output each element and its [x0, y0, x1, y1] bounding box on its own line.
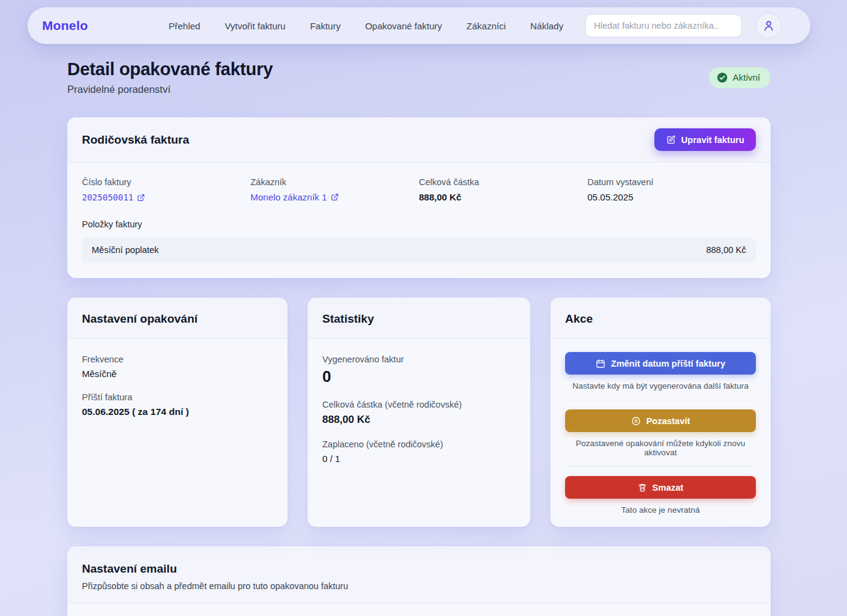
paid-value: 0 / 1 [322, 453, 516, 464]
user-avatar[interactable] [756, 13, 781, 38]
delete-hint: Tato akce je nevratná [565, 505, 756, 515]
trash-icon [638, 483, 647, 492]
invoice-fields: Číslo faktury 2025050011 Zá [82, 177, 756, 202]
statistics-header: Statistiky [308, 298, 530, 339]
total-amount-group: Celková částka (včetně rodičovské) 888,0… [322, 400, 516, 426]
nav-links: Přehled Vytvořit fakturu Faktury Opakova… [169, 21, 564, 31]
actions-title: Akce [565, 312, 756, 326]
check-circle-icon [717, 72, 728, 83]
status-badge-label: Aktivní [733, 72, 760, 82]
field-label: Datum vystavení [588, 177, 756, 187]
change-date-hint: Nastavte kdy má být vygenerována další f… [565, 381, 756, 391]
page-title: Detail opakované faktury [67, 59, 273, 79]
recurrence-card: Nastavení opakování Frekvence Měsíčně Př… [67, 298, 287, 527]
nav-item-vytvorit-fakturu[interactable]: Vytvořit fakturu [224, 21, 285, 31]
invoice-items-label: Položky faktury [82, 219, 756, 229]
email-settings-body: Odesílat klientovi na email [67, 604, 771, 616]
pause-button[interactable]: Pozastavit [565, 409, 756, 432]
item-name: Měsíční poplatek [92, 245, 159, 255]
status-badge: Aktivní [709, 67, 771, 88]
external-link-icon [331, 193, 339, 201]
edit-invoice-button[interactable]: Upravit fakturu [654, 128, 756, 151]
divider [565, 400, 756, 400]
recurrence-title: Nastavení opakování [82, 312, 273, 326]
statistics-title: Statistiky [322, 312, 516, 326]
user-icon [762, 19, 775, 32]
item-amount: 888,00 Kč [706, 245, 746, 255]
next-invoice-group: Příští faktura 05.06.2025 ( za 174 dní ) [82, 392, 273, 417]
field-total-amount: Celková částka 888,00 Kč [419, 177, 588, 202]
frequency-group: Frekvence Měsíčně [82, 354, 273, 379]
divider [565, 466, 756, 467]
cards-row: Nastavení opakování Frekvence Měsíčně Př… [67, 298, 771, 527]
next-invoice-value: 05.06.2025 ( za 174 dní ) [82, 406, 273, 417]
app-logo[interactable]: Monelo [42, 18, 88, 33]
parent-invoice-title: Rodičovská faktura [82, 133, 189, 147]
generated-invoices-group: Vygenerováno faktur 0 [322, 354, 516, 386]
statistics-card: Statistiky Vygenerováno faktur 0 Celková… [308, 298, 530, 527]
calendar-icon [596, 359, 605, 369]
paid-group: Zaplaceno (včetně rodičovské) 0 / 1 [322, 439, 516, 464]
parent-invoice-header: Rodičovská faktura Upravit fakturu [67, 117, 771, 163]
page-subtitle: Pravidelné poradenství [67, 84, 273, 95]
nav-item-opakovane-faktury[interactable]: Opakované faktury [365, 21, 442, 31]
search-input[interactable] [585, 14, 742, 37]
total-amount-value: 888,00 Kč [419, 192, 588, 202]
nav-item-zakaznici[interactable]: Zákazníci [467, 21, 506, 31]
parent-invoice-card: Rodičovská faktura Upravit fakturu Číslo… [67, 117, 771, 278]
nav-item-prehled[interactable]: Přehled [169, 21, 201, 31]
nav-item-faktury[interactable]: Faktury [310, 21, 341, 31]
nav-item-naklady[interactable]: Náklady [530, 21, 563, 31]
edit-icon [666, 135, 676, 145]
pause-circle-icon [631, 416, 641, 426]
issue-date-value: 05.05.2025 [588, 192, 756, 202]
field-label: Číslo faktury [82, 177, 251, 187]
email-settings-header: Nastavení emailu Přizpůsobte si obsah a … [67, 546, 771, 604]
statistics-total-value: 888,00 Kč [322, 414, 516, 426]
delete-button[interactable]: Smazat [565, 476, 756, 499]
field-invoice-number: Číslo faktury 2025050011 [82, 177, 251, 202]
search-wrap [585, 14, 742, 37]
frequency-value: Měsíčně [82, 369, 273, 379]
page-header: Detail opakované faktury Pravidelné pora… [67, 59, 771, 95]
customer-link[interactable]: Monelo zákazník 1 [251, 192, 339, 202]
top-nav: Monelo Přehled Vytvořit fakturu Faktury … [28, 7, 810, 44]
parent-invoice-body: Číslo faktury 2025050011 Zá [67, 163, 771, 278]
actions-header: Akce [550, 298, 771, 339]
external-link-icon [137, 194, 145, 202]
actions-card: Akce Změnit datum příští faktury Nastavt… [550, 298, 771, 527]
field-label: Celková částka [419, 177, 588, 187]
field-label: Zákazník [251, 177, 420, 187]
pause-hint: Pozastavené opakování můžete kdykoli zno… [565, 439, 756, 457]
generated-invoices-value: 0 [322, 367, 516, 386]
email-settings-subtitle: Přizpůsobte si obsah a předmět emailu pr… [82, 581, 756, 591]
invoice-number-link[interactable]: 2025050011 [82, 193, 145, 202]
change-next-date-button[interactable]: Změnit datum příští faktury [565, 352, 756, 375]
invoice-item-row: Měsíční poplatek 888,00 Kč [82, 238, 756, 262]
field-issue-date: Datum vystavení 05.05.2025 [588, 177, 756, 202]
field-customer: Zákazník Monelo zákazník 1 [251, 177, 420, 202]
email-settings-card: Nastavení emailu Přizpůsobte si obsah a … [67, 546, 771, 616]
recurrence-header: Nastavení opakování [67, 298, 287, 339]
email-settings-title: Nastavení emailu [82, 562, 756, 576]
